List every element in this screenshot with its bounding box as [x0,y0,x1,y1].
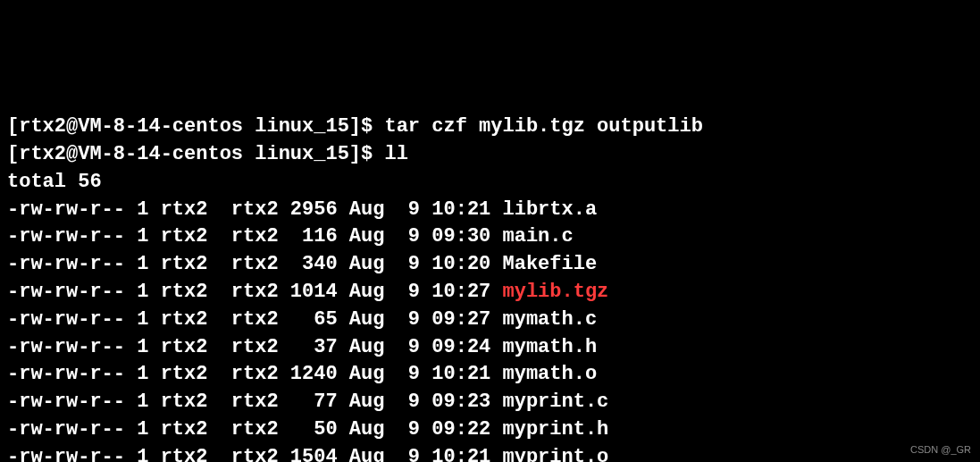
file-name: Makefile [503,253,598,275]
file-meta: -rw-rw-r-- 1 rtx2 rtx2 116 Aug 9 09:30 [7,225,503,248]
file-name: myprint.c [503,391,609,413]
terminal-line: [rtx2@VM-8-14-centos linux_15]$ tar czf … [7,113,973,141]
terminal-line: total 56 [7,169,973,197]
file-meta: -rw-rw-r-- 1 rtx2 rtx2 77 Aug 9 09:23 [7,391,503,413]
file-name: mylib.tgz [503,281,609,303]
terminal[interactable]: [rtx2@VM-8-14-centos linux_15]$ tar czf … [7,113,973,462]
file-row: -rw-rw-r-- 1 rtx2 rtx2 37 Aug 9 09:24 my… [7,334,973,362]
file-name: librtx.a [503,198,598,221]
command-text: tar czf mylib.tgz outputlib [384,115,702,138]
file-meta: -rw-rw-r-- 1 rtx2 rtx2 340 Aug 9 10:20 [7,253,503,275]
file-name: mymath.o [503,363,598,385]
file-row: -rw-rw-r-- 1 rtx2 rtx2 340 Aug 9 10:20 M… [7,251,973,279]
file-name: myprint.o [503,446,609,462]
file-meta: -rw-rw-r-- 1 rtx2 rtx2 50 Aug 9 09:22 [7,418,503,441]
file-row: -rw-rw-r-- 1 rtx2 rtx2 2956 Aug 9 10:21 … [7,197,973,224]
total-line: total 56 [7,171,102,193]
file-meta: -rw-rw-r-- 1 rtx2 rtx2 1240 Aug 9 10:21 [7,363,503,385]
file-name: mymath.c [503,308,598,331]
watermark: CSDN @_GR [910,443,971,457]
file-meta: -rw-rw-r-- 1 rtx2 rtx2 1014 Aug 9 10:27 [7,281,503,303]
file-row: -rw-rw-r-- 1 rtx2 rtx2 116 Aug 9 09:30 m… [7,223,973,251]
command-text: ll [384,143,407,165]
file-row: -rw-rw-r-- 1 rtx2 rtx2 77 Aug 9 09:23 my… [7,389,973,416]
file-meta: -rw-rw-r-- 1 rtx2 rtx2 2956 Aug 9 10:21 [7,198,503,221]
file-row: -rw-rw-r-- 1 rtx2 rtx2 1240 Aug 9 10:21 … [7,361,973,389]
file-row: -rw-rw-r-- 1 rtx2 rtx2 50 Aug 9 09:22 my… [7,416,973,444]
file-row: -rw-rw-r-- 1 rtx2 rtx2 1014 Aug 9 10:27 … [7,279,973,307]
file-name: myprint.h [503,418,609,441]
file-meta: -rw-rw-r-- 1 rtx2 rtx2 65 Aug 9 09:27 [7,308,503,331]
terminal-line: [rtx2@VM-8-14-centos linux_15]$ ll [7,141,973,169]
file-row: -rw-rw-r-- 1 rtx2 rtx2 1504 Aug 9 10:21 … [7,444,973,462]
file-row: -rw-rw-r-- 1 rtx2 rtx2 65 Aug 9 09:27 my… [7,307,973,334]
file-meta: -rw-rw-r-- 1 rtx2 rtx2 1504 Aug 9 10:21 [7,446,503,462]
file-name: main.c [503,225,574,248]
shell-prompt: [rtx2@VM-8-14-centos linux_15]$ [7,115,384,138]
file-meta: -rw-rw-r-- 1 rtx2 rtx2 37 Aug 9 09:24 [7,336,503,358]
file-name: mymath.h [503,336,598,358]
shell-prompt: [rtx2@VM-8-14-centos linux_15]$ [7,143,384,165]
